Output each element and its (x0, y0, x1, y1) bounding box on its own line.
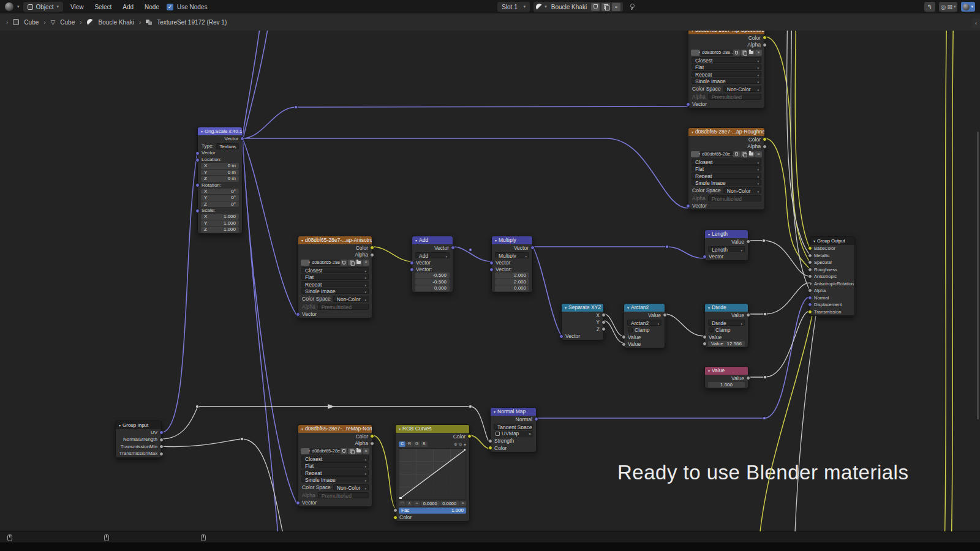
open-image-button[interactable] (748, 50, 755, 56)
socket[interactable] (808, 288, 812, 293)
vector-x-field[interactable]: -0.500 (415, 272, 450, 279)
interpolation-dropdown[interactable]: Closest (301, 455, 369, 462)
mapping-type-dropdown[interactable]: Texture (216, 143, 239, 149)
node-header[interactable]: Normal Map (491, 408, 536, 416)
zoom-out-icon[interactable]: ⊖ (459, 442, 462, 446)
node-vector-math-multiply[interactable]: Multiply Vector Multiply Vector Vector: … (491, 236, 533, 293)
color-space-dropdown[interactable]: Non-Color (723, 86, 761, 92)
node-header[interactable]: Add (412, 236, 453, 244)
value-field[interactable]: 1.000 (708, 382, 745, 388)
point-x-field[interactable]: 0.0000 (421, 501, 440, 506)
socket[interactable] (810, 282, 812, 286)
image-datablock-row[interactable]: d08dbf65-28e... × (691, 49, 762, 56)
alpha-mode-dropdown[interactable]: Premultiplied (318, 492, 369, 498)
projection-dropdown[interactable]: Flat (301, 274, 369, 280)
node-group-output[interactable]: Group Output BaseColor Metallic Specular… (810, 236, 855, 316)
alpha-mode-dropdown[interactable]: Premultiplied (708, 94, 761, 100)
scale-z-field[interactable]: Z1.000 (201, 227, 239, 233)
alpha-mode-dropdown[interactable]: Premultiplied (318, 304, 369, 310)
curve-widget[interactable] (399, 448, 466, 500)
clamp-checkbox[interactable] (709, 328, 714, 332)
source-dropdown[interactable]: Single Image (301, 476, 369, 482)
socket[interactable] (393, 508, 398, 512)
socket[interactable] (686, 204, 690, 208)
rotation-x-field[interactable]: X0° (201, 189, 239, 195)
node-header[interactable]: Value (705, 367, 748, 375)
vector-z-field[interactable]: 0.000 (495, 285, 529, 291)
copy-button[interactable] (348, 260, 355, 266)
handle-vector-icon[interactable]: ∧ (406, 501, 413, 506)
node-normal-map[interactable]: Normal Map Normal Tangent Space UVMap × … (490, 407, 537, 452)
socket[interactable] (808, 268, 812, 272)
node-value[interactable]: Value Value 1.000 (704, 366, 748, 389)
delete-point-button[interactable]: × (459, 501, 466, 506)
socket[interactable] (622, 342, 626, 347)
location-x-field[interactable]: X0 m (201, 163, 239, 169)
copy-button[interactable] (741, 151, 747, 157)
location-y-field[interactable]: Y0 m (201, 170, 239, 176)
socket[interactable] (393, 515, 398, 520)
open-image-button[interactable] (748, 151, 755, 157)
interpolation-dropdown[interactable]: Closest (692, 159, 761, 165)
node-header[interactable]: Divide (705, 304, 748, 312)
sidebar-toggle[interactable]: ‹ (972, 18, 980, 28)
socket[interactable] (601, 320, 606, 324)
node-image-texture-specular[interactable]: d08dbf65-28e7-...p-SpecularStrengt Color… (688, 26, 765, 108)
socket[interactable] (370, 441, 374, 446)
node-header[interactable]: d08dbf65-28e7-...ap-Roughness.jpg (688, 128, 764, 136)
material-name-field[interactable]: Boucle Khaki (549, 4, 589, 10)
socket[interactable] (370, 253, 374, 257)
extension-dropdown[interactable]: Repeat (301, 470, 369, 476)
image-thumbnail-icon[interactable] (691, 50, 699, 56)
node-image-texture-roughness[interactable]: d08dbf65-28e7-...ap-Roughness.jpg Color … (688, 127, 765, 210)
image-thumbnail-icon[interactable] (301, 260, 309, 266)
node-image-texture-anisotropy[interactable]: d08dbf65-28e7-...ap-Anisotropy.jpg Color… (298, 236, 372, 318)
node-vector-math-add[interactable]: Add Vector Add Vector Vector: -0.500 -0.… (412, 236, 453, 293)
image-datablock-row[interactable]: d08dbf65-28e... × (301, 448, 369, 454)
rotation-y-field[interactable]: Y0° (201, 195, 239, 201)
fake-user-button[interactable] (733, 50, 740, 56)
clear-uv-button[interactable]: × (529, 432, 531, 436)
scale-x-field[interactable]: X1.000 (201, 214, 239, 220)
value-field[interactable]: Value12.566 (708, 341, 745, 347)
alpha-mode-dropdown[interactable]: Premultiplied (708, 195, 761, 201)
snapping-group[interactable]: ◎ ⊞ ▾ (939, 2, 958, 12)
image-name-field[interactable]: d08dbf65-28e... (310, 448, 340, 454)
socket[interactable] (808, 246, 812, 250)
zoom-in-icon[interactable]: ⊕ (454, 442, 458, 446)
operation-dropdown[interactable]: Divide (708, 320, 745, 326)
vertical-scrollbar[interactable] (977, 132, 979, 419)
operation-dropdown[interactable]: Multiply (495, 252, 529, 258)
collapse-arrow-icon[interactable]: › (6, 19, 8, 26)
image-datablock-row[interactable]: d08dbf65-28e... × (691, 151, 762, 157)
node-header[interactable]: RGB Curves (396, 425, 469, 433)
pin-icon[interactable] (629, 4, 634, 10)
image-thumbnail-icon[interactable] (691, 151, 699, 157)
channel-c-button[interactable]: C (399, 441, 405, 447)
fake-user-button[interactable] (341, 448, 347, 454)
clamp-checkbox[interactable] (628, 328, 633, 332)
socket[interactable] (703, 335, 707, 339)
node-image-texture-normal[interactable]: d08dbf65-28e7-...reMap-Normal.jpg Color … (298, 424, 372, 507)
color-space-dropdown[interactable]: Non-Color (333, 484, 369, 490)
open-image-button[interactable] (355, 448, 362, 454)
source-dropdown[interactable]: Single Image (692, 179, 761, 186)
socket[interactable] (703, 342, 707, 346)
go-to-parent-button[interactable]: ↰ (924, 2, 935, 12)
handle-auto-icon[interactable]: ◠ (399, 501, 405, 506)
channel-g-button[interactable]: G (413, 441, 420, 447)
socket[interactable] (808, 260, 812, 264)
handle-free-icon[interactable]: ≈ (413, 501, 420, 506)
scale-y-field[interactable]: Y1.000 (201, 220, 239, 227)
material-selector[interactable]: ▾ Boucle Khaki × (533, 2, 623, 12)
fake-user-shield-button[interactable] (591, 3, 600, 11)
socket[interactable] (488, 446, 492, 450)
vector-y-field[interactable]: 2.000 (495, 279, 529, 285)
image-name-field[interactable]: d08dbf65-28e... (700, 151, 733, 157)
operation-dropdown[interactable]: Length (708, 246, 745, 252)
socket[interactable] (808, 302, 812, 307)
node-header[interactable]: Separate XYZ (562, 304, 603, 312)
copy-button[interactable] (348, 448, 355, 454)
space-dropdown[interactable]: Tangent Space (494, 424, 533, 430)
socket[interactable] (296, 312, 300, 317)
